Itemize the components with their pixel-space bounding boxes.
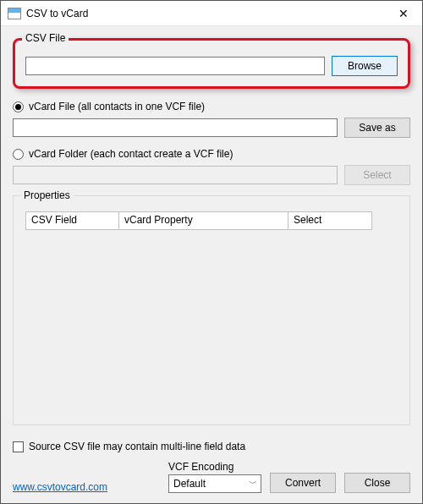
convert-button[interactable]: Convert	[270, 473, 336, 493]
vcard-file-radio-row[interactable]: vCard File (all contacts in one VCF file…	[13, 101, 410, 112]
column-csv-field[interactable]: CSV Field	[25, 211, 118, 230]
close-icon: ✕	[398, 7, 409, 20]
window-title: CSV to vCard	[26, 8, 385, 19]
properties-label: Properties	[20, 189, 74, 201]
multiline-row[interactable]: Source CSV file may contain multi-line f…	[13, 441, 410, 452]
vcard-file-radio[interactable]	[13, 101, 24, 112]
vcard-folder-radio-row[interactable]: vCard Folder (each contact create a VCF …	[13, 148, 410, 160]
column-select[interactable]: Select	[288, 211, 372, 230]
website-link[interactable]: www.csvtovcard.com	[13, 481, 107, 493]
encoding-block: VCF Encoding Default ﹀	[168, 461, 261, 493]
vcard-folder-option: vCard Folder (each contact create a VCF …	[13, 148, 410, 185]
browse-button[interactable]: Browse	[332, 56, 398, 76]
encoding-select[interactable]: Default ﹀	[168, 474, 261, 493]
app-icon	[8, 8, 21, 19]
vcard-file-option: vCard File (all contacts in one VCF file…	[13, 101, 410, 138]
vcard-file-radio-label: vCard File (all contacts in one VCF file…	[29, 101, 205, 112]
encoding-value: Default	[173, 478, 206, 490]
app-window: CSV to vCard ✕ CSV File Browse vCard Fil…	[0, 0, 423, 504]
properties-body: CSV Field vCard Property Select	[22, 208, 401, 416]
properties-table-header: CSV Field vCard Property Select	[25, 211, 398, 230]
chevron-down-icon: ﹀	[249, 478, 257, 490]
csv-file-group: CSV File Browse	[13, 38, 410, 89]
select-folder-button: Select	[344, 165, 410, 185]
column-vcard-property[interactable]: vCard Property	[118, 211, 288, 230]
save-as-button[interactable]: Save as	[344, 118, 410, 138]
encoding-label: VCF Encoding	[168, 461, 261, 473]
window-close-button[interactable]: ✕	[385, 1, 422, 26]
titlebar: CSV to vCard ✕	[1, 1, 422, 26]
vcard-file-input[interactable]	[13, 118, 338, 137]
properties-group: Properties CSV Field vCard Property Sele…	[13, 195, 410, 425]
close-button[interactable]: Close	[344, 473, 410, 493]
csv-file-input[interactable]	[25, 57, 325, 75]
vcard-folder-input	[13, 166, 338, 184]
multiline-checkbox[interactable]	[13, 441, 24, 452]
vcard-folder-radio-label: vCard Folder (each contact create a VCF …	[29, 148, 233, 160]
vcard-folder-radio[interactable]	[13, 149, 24, 160]
csv-file-label: CSV File	[22, 32, 69, 44]
content-area: CSV File Browse vCard File (all contacts…	[1, 26, 422, 503]
multiline-label: Source CSV file may contain multi-line f…	[29, 441, 245, 452]
bottom-actions-row: www.csvtovcard.com VCF Encoding Default …	[13, 461, 410, 493]
